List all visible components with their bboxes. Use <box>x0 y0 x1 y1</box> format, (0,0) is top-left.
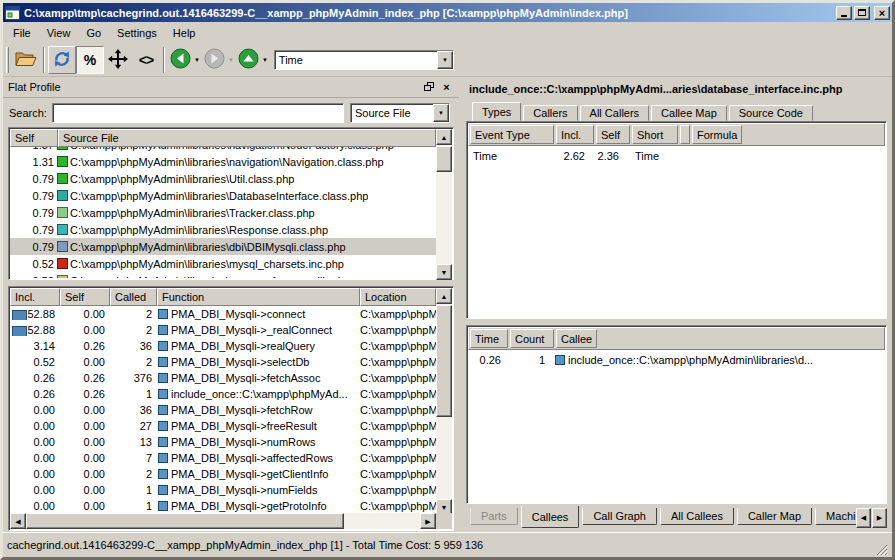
source-file-row[interactable]: 0.52C:\xampp\phpMyAdmin\libraries\mysql_… <box>10 255 436 272</box>
function-row[interactable]: 0.260.26376PMA_DBI_Mysqli->fetchAssocC:\… <box>10 370 436 386</box>
maximize-button[interactable] <box>854 6 870 20</box>
scroll-thumb[interactable] <box>436 305 452 417</box>
menu-item-view[interactable]: View <box>39 24 79 42</box>
resize-grip[interactable] <box>875 543 888 556</box>
column-header-self[interactable]: Self <box>596 125 630 144</box>
minimize-icon <box>841 15 847 17</box>
event-type-select[interactable]: Time ▼ <box>274 50 454 70</box>
scroll-thumb[interactable] <box>436 146 452 172</box>
source-file-row[interactable]: 1.31C:\xampp\phpMyAdmin\libraries\naviga… <box>10 153 436 170</box>
tab-source-code[interactable]: Source Code <box>729 105 813 121</box>
cost-color-icon <box>57 241 68 252</box>
up-button[interactable]: ▼ <box>236 46 270 74</box>
function-row[interactable]: 0.000.007PMA_DBI_Mysqli->affectedRowsC:\… <box>10 450 436 466</box>
function-icon <box>158 389 168 399</box>
function-row[interactable]: 0.000.001PMA_DBI_Mysqli->numFieldsC:\xam… <box>10 482 436 498</box>
forward-button[interactable]: ▼ <box>202 46 236 74</box>
cycle-detection-button[interactable] <box>104 46 132 74</box>
tab-machine[interactable]: Machine <box>815 508 857 525</box>
event-type-row[interactable]: Time 2.62 2.36 Time <box>468 147 885 164</box>
toolbar: % <> ▼ ▼ ▼ Ti <box>3 43 892 77</box>
scroll-down-button[interactable]: ▼ <box>436 264 452 280</box>
column-header-time[interactable]: Time <box>470 329 508 348</box>
tab-callees[interactable]: Callees <box>521 506 580 528</box>
function-row[interactable]: 0.260.261include_once::C:\xampp\phpMyAd.… <box>10 386 436 402</box>
minimize-button[interactable] <box>836 6 852 20</box>
function-row[interactable]: 52.880.002PMA_DBI_Mysqli->_realConnectC:… <box>10 322 436 338</box>
function-row[interactable]: 0.000.0036PMA_DBI_Mysqli->fetchRowC:\xam… <box>10 402 436 418</box>
function-row[interactable]: 0.000.0027PMA_DBI_Mysqli->freeResultC:\x… <box>10 418 436 434</box>
column-header-called[interactable]: Called <box>110 288 157 306</box>
function-row[interactable]: 52.880.002PMA_DBI_Mysqli->connectC:\xamp… <box>10 306 436 322</box>
tab-caller-map[interactable]: Caller Map <box>737 508 812 525</box>
column-header-blank[interactable] <box>680 125 690 144</box>
forward-dropdown-caret[interactable]: ▼ <box>228 57 234 63</box>
source-file-row[interactable]: 0.79C:\xampp\phpMyAdmin\libraries\Respon… <box>10 221 436 238</box>
column-header-incl[interactable]: Incl. <box>10 288 60 306</box>
search-input[interactable] <box>52 103 344 123</box>
back-dropdown-caret[interactable]: ▼ <box>194 57 200 63</box>
function-row[interactable]: 0.000.002PMA_DBI_Mysqli->getClientInfoC:… <box>10 466 436 482</box>
scroll-up-button[interactable]: ▲ <box>436 288 452 304</box>
column-header-callee[interactable]: Callee <box>556 329 597 348</box>
function-row[interactable]: 0.520.002PMA_DBI_Mysqli->selectDbC:\xamp… <box>10 354 436 370</box>
function-table-vscrollbar[interactable]: ▲ ▼ <box>436 288 452 515</box>
tab-types[interactable]: Types <box>472 102 521 121</box>
menu-item-go[interactable]: Go <box>78 24 109 42</box>
tab-call-graph[interactable]: Call Graph <box>582 508 657 525</box>
up-dropdown-caret[interactable]: ▼ <box>262 57 268 63</box>
tab-callee-map[interactable]: Callee Map <box>651 105 727 121</box>
chevron-down-icon[interactable]: ▼ <box>437 51 453 69</box>
source-file-row[interactable]: 0.52C:\xampp\phpMyAdmin\libraries\user_p… <box>10 272 436 278</box>
scroll-thumb[interactable] <box>26 513 344 529</box>
tab-all-callers[interactable]: All Callers <box>580 105 650 121</box>
tab-scroll-left-button[interactable]: ◀ <box>856 508 871 528</box>
angle-brackets-icon: <> <box>139 52 153 68</box>
time-cell: 0.26 <box>468 354 506 366</box>
callee-row[interactable]: 0.26 1 include_once::C:\xampp\phpMyAdmin… <box>468 351 885 368</box>
cost-color-icon <box>57 258 68 269</box>
tab-all-callees[interactable]: All Callees <box>660 508 734 525</box>
group-by-select[interactable]: Source File ▼ <box>350 103 450 123</box>
column-header-incl[interactable]: Incl. <box>556 125 594 144</box>
column-header-event-type[interactable]: Event Type <box>470 125 554 144</box>
tab-parts[interactable]: Parts <box>470 508 518 525</box>
toolbar-handle[interactable] <box>6 47 9 73</box>
source-list-vscrollbar[interactable]: ▲ ▼ <box>436 129 452 280</box>
function-table-hscrollbar[interactable]: ◀ ▶ <box>10 513 436 529</box>
column-header-self[interactable]: Self <box>60 288 110 306</box>
menu-item-help[interactable]: Help <box>165 24 204 42</box>
back-button[interactable]: ▼ <box>168 46 202 74</box>
reload-button[interactable] <box>48 46 76 74</box>
menu-item-file[interactable]: File <box>5 24 39 42</box>
source-file-row[interactable]: 0.79C:\xampp\phpMyAdmin\libraries\Util.c… <box>10 170 436 187</box>
column-header-source-file[interactable]: Source File <box>58 129 436 147</box>
column-header-location[interactable]: Location <box>360 288 436 306</box>
tab-scroll-right-button[interactable]: ▶ <box>872 508 887 528</box>
function-row[interactable]: 3.140.2636PMA_DBI_Mysqli->realQueryC:\xa… <box>10 338 436 354</box>
open-file-button[interactable] <box>12 46 40 74</box>
scroll-left-button[interactable]: ◀ <box>10 513 26 529</box>
scroll-right-button[interactable]: ▶ <box>420 513 436 529</box>
column-header-self[interactable]: Self <box>10 129 58 147</box>
relative-percent-toggle[interactable]: % <box>76 46 104 74</box>
source-file-row[interactable]: 0.79C:\xampp\phpMyAdmin\libraries\Tracke… <box>10 204 436 221</box>
shorten-templates-button[interactable]: <> <box>132 46 160 74</box>
function-row[interactable]: 0.000.0013PMA_DBI_Mysqli->numRowsC:\xamp… <box>10 434 436 450</box>
column-header-short[interactable]: Short <box>632 125 678 144</box>
scroll-up-button[interactable]: ▲ <box>436 129 452 145</box>
column-header-function[interactable]: Function <box>157 288 360 306</box>
close-panel-button[interactable]: × <box>439 80 454 94</box>
event-type-cell: Time <box>468 150 552 162</box>
source-file-row[interactable]: 0.79C:\xampp\phpMyAdmin\libraries\dbi\DB… <box>10 238 436 255</box>
column-header-count[interactable]: Count <box>510 329 554 348</box>
source-file-row[interactable]: 0.79C:\xampp\phpMyAdmin\libraries\Databa… <box>10 187 436 204</box>
float-panel-button[interactable] <box>421 80 436 94</box>
menu-item-settings[interactable]: Settings <box>109 24 165 42</box>
column-header-formula[interactable]: Formula <box>692 125 742 144</box>
close-button[interactable]: × <box>874 6 890 20</box>
function-icon <box>158 437 168 447</box>
tab-callers[interactable]: Callers <box>523 105 577 121</box>
function-row[interactable]: 0.000.001PMA_DBI_Mysqli->getProtoInfoC:\… <box>10 498 436 514</box>
chevron-down-icon[interactable]: ▼ <box>433 104 449 122</box>
